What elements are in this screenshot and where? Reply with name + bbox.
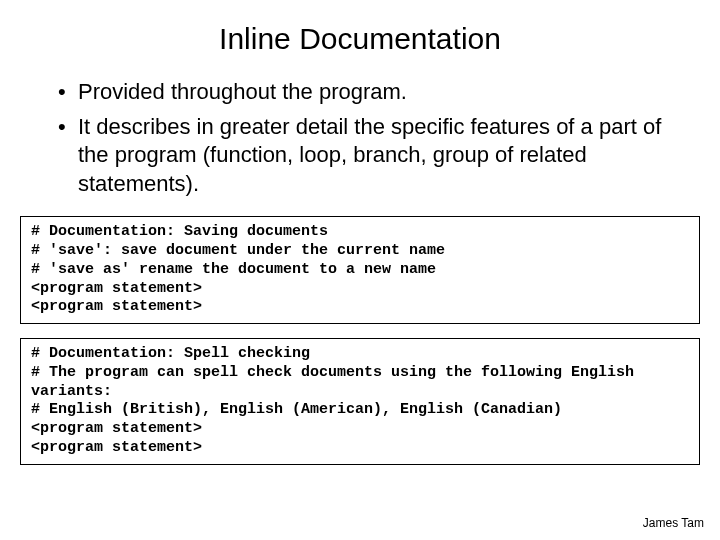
bullet-item: It describes in greater detail the speci…	[58, 113, 680, 199]
bullet-item: Provided throughout the program.	[58, 78, 680, 107]
bullet-list: Provided throughout the program. It desc…	[14, 78, 706, 198]
code-block-spellcheck: # Documentation: Spell checking # The pr…	[20, 338, 700, 465]
slide-title: Inline Documentation	[14, 22, 706, 56]
slide: Inline Documentation Provided throughout…	[0, 0, 720, 540]
code-block-saving: # Documentation: Saving documents # 'sav…	[20, 216, 700, 324]
footer-author: James Tam	[643, 516, 704, 530]
